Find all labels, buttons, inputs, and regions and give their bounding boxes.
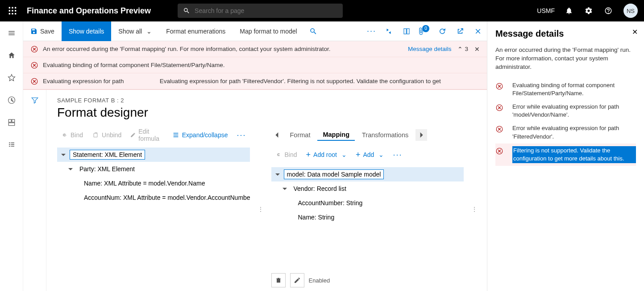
node-label: AccountNumber: String — [295, 198, 366, 207]
collapse-icon[interactable] — [281, 185, 288, 192]
waffle-icon[interactable] — [2, 0, 23, 21]
options-icon[interactable] — [398, 21, 415, 41]
related-icon[interactable] — [380, 21, 398, 41]
svg-rect-5 — [15, 10, 16, 11]
home-icon[interactable] — [4, 48, 19, 63]
close-page-icon[interactable] — [469, 21, 487, 41]
svg-rect-0 — [9, 7, 10, 8]
delete-icon[interactable] — [271, 273, 286, 287]
message-collapse[interactable]: ⌃3 — [457, 46, 468, 53]
splitter[interactable]: ⋮ — [259, 127, 262, 291]
command-bar: Save Show details Show all⌄ Format enume… — [23, 21, 487, 41]
tree-node[interactable]: Name: String — [271, 210, 464, 224]
save-label: Save — [40, 28, 54, 35]
message-text: An error occurred during the 'Format map… — [43, 46, 330, 52]
app-title: Finance and Operations Preview — [27, 6, 151, 16]
detail-item[interactable]: Evaluating binding of format component F… — [495, 79, 636, 100]
bind-button: Bind — [57, 130, 87, 140]
bell-icon[interactable] — [560, 0, 578, 21]
expand-collapse-button[interactable]: Expand/collapse — [169, 130, 232, 140]
unbind-button: Unbind — [88, 130, 125, 140]
tree-node[interactable]: Party: XML Element — [57, 162, 250, 176]
popout-icon[interactable] — [451, 21, 469, 41]
tree-node[interactable]: Vendor: Record list — [271, 181, 464, 196]
svg-rect-9 — [8, 119, 11, 122]
details-title: Message details — [495, 29, 636, 39]
error-icon — [30, 61, 38, 69]
search-action-icon[interactable] — [304, 21, 322, 41]
legal-entity[interactable]: USMF — [537, 7, 555, 14]
format-tree: Statement: XML Element Party: XML Elemen… — [57, 148, 250, 291]
collapse-icon[interactable] — [67, 165, 74, 173]
detail-text: Error while evaluating expression for pa… — [512, 103, 636, 119]
search-field[interactable] — [195, 7, 337, 14]
edit-formula-button: Edit formula — [127, 126, 166, 144]
node-label: Statement: XML Element — [70, 150, 145, 160]
edit-icon[interactable] — [290, 273, 304, 287]
detail-item-selected[interactable]: Filtering is not supported. Validate the… — [495, 143, 636, 166]
error-icon — [30, 77, 38, 85]
node-label: AccountNum: XML Attribute = model.Vendor… — [81, 193, 250, 202]
svg-rect-8 — [15, 13, 16, 14]
svg-rect-13 — [407, 29, 409, 34]
breadcrumb: SAMPLE FORMAT B : 2 — [57, 97, 476, 104]
tree-node[interactable]: Name: XML Attribute = model.Vendor.Name — [57, 176, 250, 190]
close-icon[interactable]: ✕ — [632, 28, 638, 36]
add-button[interactable]: +Add⌄ — [352, 149, 387, 160]
tab-prev-icon[interactable] — [271, 129, 283, 141]
message-row: Evaluating binding of format component F… — [23, 57, 487, 73]
detail-text: Evaluating binding of format component F… — [512, 81, 636, 97]
show-all-button[interactable]: Show all⌄ — [111, 21, 159, 41]
chevron-down-icon: ⌄ — [146, 28, 152, 35]
attachments-icon[interactable]: 0 — [415, 21, 433, 41]
filter-icon[interactable] — [31, 96, 39, 291]
node-label: Party: XML Element — [77, 164, 137, 173]
show-details-button[interactable]: Show details — [62, 21, 111, 41]
tree-node[interactable]: model: Data model Sample model — [271, 167, 464, 181]
tree-node[interactable]: AccountNumber: String — [271, 196, 464, 210]
tab-mapping[interactable]: Mapping — [317, 129, 355, 141]
filter-column — [23, 90, 46, 291]
format-enumerations-button[interactable]: Format enumerations — [159, 21, 233, 41]
help-icon[interactable] — [599, 0, 617, 21]
svg-rect-7 — [12, 13, 13, 14]
splitter[interactable]: ⋮ — [473, 127, 476, 291]
left-nav-rail — [0, 21, 23, 291]
tab-format[interactable]: Format — [285, 130, 316, 140]
svg-rect-6 — [9, 13, 10, 14]
avatar[interactable]: NS — [623, 4, 638, 18]
tree-node[interactable]: AccountNum: XML Attribute = model.Vendor… — [57, 190, 250, 205]
workspaces-icon[interactable] — [4, 115, 19, 130]
node-label: Name: XML Attribute = model.Vendor.Name — [81, 179, 208, 188]
close-icon[interactable]: ✕ — [474, 46, 480, 53]
map-format-button[interactable]: Map format to model — [233, 21, 304, 41]
star-icon[interactable] — [4, 71, 19, 85]
collapse-icon[interactable] — [274, 171, 281, 178]
error-icon — [30, 45, 38, 53]
save-button[interactable]: Save — [23, 21, 62, 41]
tree-node[interactable]: Statement: XML Element — [57, 148, 250, 162]
message-text: Evaluating expression for path — [43, 78, 124, 84]
refresh-icon[interactable] — [433, 21, 451, 41]
hamburger-icon[interactable] — [4, 26, 19, 40]
collapse-icon[interactable] — [60, 151, 67, 158]
recent-icon[interactable] — [4, 93, 19, 107]
add-root-button[interactable]: +Add root⌄ — [303, 149, 350, 160]
message-text: Evaluating expression for path 'Filtered… — [160, 78, 441, 84]
overflow-icon[interactable]: ··· — [389, 150, 406, 160]
details-description: An error occurred during the 'Format map… — [495, 46, 636, 72]
modules-icon[interactable] — [4, 138, 19, 152]
message-details-link[interactable]: Message details — [408, 46, 452, 52]
search-input[interactable] — [178, 4, 343, 18]
detail-item[interactable]: Error while evaluating expression for pa… — [495, 122, 636, 143]
page-title: Format designer — [57, 105, 476, 120]
properties-bar: Enabled — [271, 270, 464, 291]
overflow-icon[interactable]: ··· — [233, 131, 249, 140]
tab-next-icon[interactable] — [415, 129, 427, 141]
detail-item[interactable]: Error while evaluating expression for pa… — [495, 100, 636, 122]
tab-transformations[interactable]: Transformations — [357, 130, 414, 140]
gear-icon[interactable] — [580, 0, 598, 21]
overflow-icon[interactable]: ··· — [363, 26, 380, 36]
svg-rect-2 — [15, 7, 16, 8]
svg-rect-4 — [12, 10, 13, 11]
